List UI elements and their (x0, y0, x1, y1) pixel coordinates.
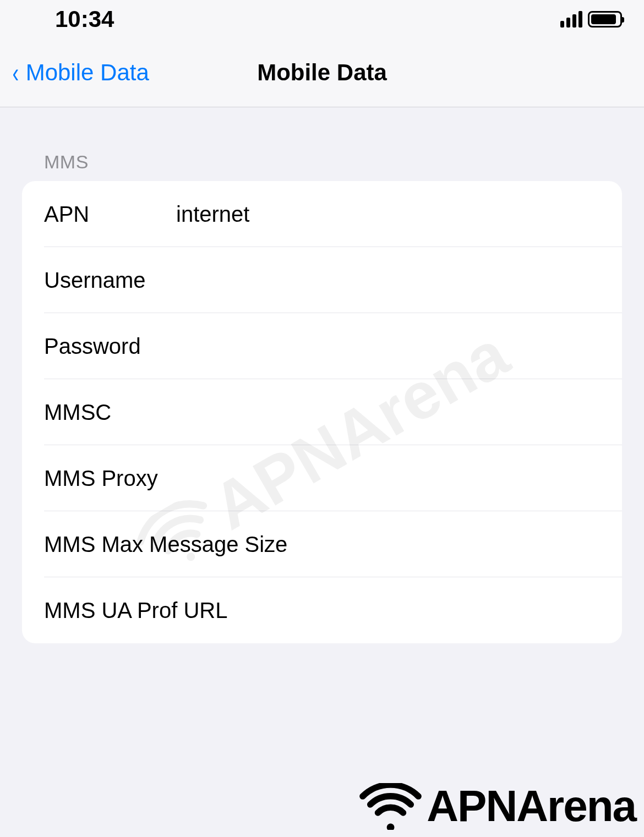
mms-ua-prof-label: MMS UA Prof URL (44, 598, 321, 623)
mmsc-input[interactable] (176, 400, 600, 425)
mms-settings-card: APN Username Password MMSC MMS Proxy MMS… (22, 181, 622, 643)
mms-proxy-label: MMS Proxy (44, 466, 321, 491)
apn-row[interactable]: APN (22, 181, 622, 247)
status-bar: 10:34 (0, 0, 644, 39)
nav-bar: ‹ Mobile Data Mobile Data (0, 39, 644, 107)
battery-icon (588, 11, 622, 28)
username-row[interactable]: Username (22, 247, 622, 313)
bottom-logo-text: APNArena (427, 781, 636, 831)
chevron-left-icon: ‹ (12, 57, 19, 89)
section-header-mms: MMS (22, 151, 622, 181)
page-title: Mobile Data (257, 59, 387, 86)
back-label: Mobile Data (26, 59, 149, 86)
mms-proxy-row[interactable]: MMS Proxy (22, 445, 622, 511)
apn-input[interactable] (176, 202, 600, 227)
mms-proxy-input[interactable] (321, 466, 600, 491)
mms-ua-prof-input[interactable] (321, 598, 600, 623)
mmsc-label: MMSC (44, 400, 176, 425)
wifi-icon (359, 783, 422, 830)
content: MMS APN Username Password MMSC MMS Proxy… (0, 107, 644, 643)
mms-ua-prof-row[interactable]: MMS UA Prof URL (22, 577, 622, 643)
username-input[interactable] (176, 268, 600, 293)
password-row[interactable]: Password (22, 313, 622, 379)
status-time: 10:34 (55, 6, 114, 32)
mmsc-row[interactable]: MMSC (22, 379, 622, 445)
mms-max-size-label: MMS Max Message Size (44, 532, 321, 557)
bottom-logo: APNArena (359, 781, 636, 831)
mms-max-size-row[interactable]: MMS Max Message Size (22, 511, 622, 577)
back-button[interactable]: ‹ Mobile Data (0, 57, 149, 89)
password-label: Password (44, 334, 176, 359)
username-label: Username (44, 268, 176, 293)
mms-max-size-input[interactable] (321, 532, 600, 557)
apn-label: APN (44, 202, 176, 227)
status-indicators (560, 11, 622, 28)
password-input[interactable] (176, 334, 600, 359)
cellular-signal-icon (560, 11, 582, 28)
